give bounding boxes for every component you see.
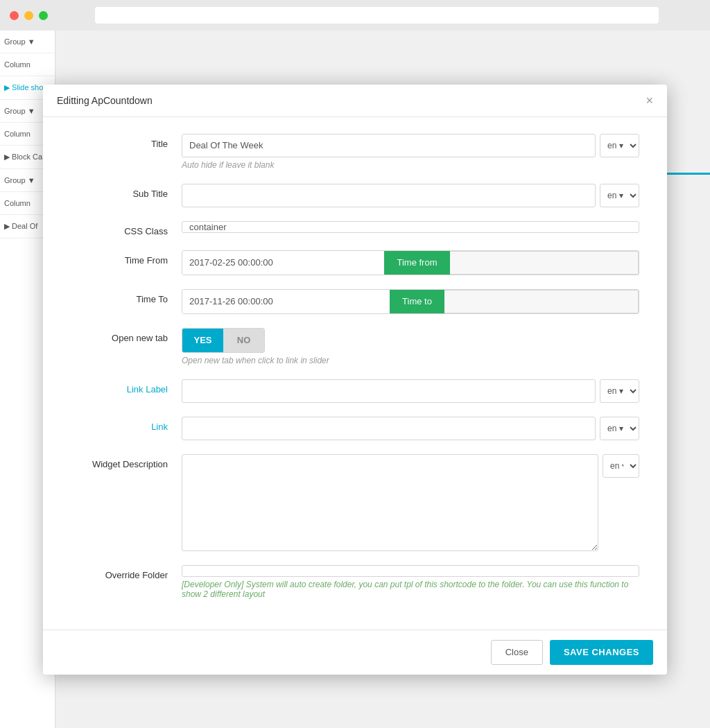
link-field-row: en ▾ [182, 417, 639, 440]
override-folder-row: Override Folder [Developer Only] System … [71, 565, 639, 599]
time-to-wrap: Time to [182, 289, 639, 314]
css-class-field [182, 221, 639, 233]
widget-desc-row: Widget Description en ▾ [71, 454, 639, 551]
subtitle-field: en ▾ [182, 184, 639, 207]
time-to-label: Time To [71, 289, 182, 304]
time-from-button[interactable]: Time from [384, 251, 449, 275]
css-class-input[interactable] [182, 221, 639, 233]
title-field-row: en ▾ [182, 134, 639, 157]
subtitle-label: Sub Title [71, 184, 182, 199]
widget-desc-textarea[interactable] [182, 454, 598, 551]
link-label-row: Link Label en ▾ [71, 379, 639, 403]
mac-maximize-dot[interactable] [39, 11, 48, 20]
widget-desc-field: en ▾ [182, 454, 639, 551]
url-bar[interactable] [95, 7, 659, 24]
time-from-field: Time from [182, 250, 639, 275]
link-label-lang-select[interactable]: en ▾ [600, 379, 639, 403]
modal-footer: Close SAVE CHANGES [43, 630, 667, 675]
time-from-input[interactable] [182, 251, 384, 275]
title-field: en ▾ Auto hide if leave it blank [182, 134, 639, 170]
mac-titlebar [0, 0, 710, 31]
modal-overlay: Editting ApCountdown × Title en ▾ [0, 31, 710, 728]
toggle-yes-button[interactable]: YES [182, 329, 223, 352]
time-to-row: Time To Time to [71, 289, 639, 314]
widget-desc-label: Widget Description [71, 454, 182, 469]
title-helper: Auto hide if leave it blank [182, 160, 639, 170]
time-from-right [450, 251, 639, 275]
open-new-tab-helper: Open new tab when click to link in slide… [182, 356, 639, 365]
modal-dialog: Editting ApCountdown × Title en ▾ [43, 85, 667, 675]
title-lang-select[interactable]: en ▾ [600, 134, 639, 157]
subtitle-field-row: en ▾ [182, 184, 639, 207]
open-new-tab-field: YES NO Open new tab when click to link i… [182, 328, 639, 365]
mac-close-dot[interactable] [10, 11, 19, 20]
time-to-right [444, 290, 639, 313]
modal-body: Title en ▾ Auto hide if leave it blank S… [43, 117, 667, 630]
link-row: Link en ▾ [71, 417, 639, 440]
modal-title: Editting ApCountdown [57, 95, 153, 106]
link-label-label: Link Label [71, 379, 182, 395]
close-button[interactable]: Close [491, 640, 543, 665]
override-folder-input[interactable] [182, 565, 639, 577]
save-changes-button[interactable]: SAVE CHANGES [550, 640, 653, 665]
widget-desc-lang-select[interactable]: en ▾ [603, 454, 639, 478]
link-label-field-row: en ▾ [182, 379, 639, 403]
link-label-field: en ▾ [182, 379, 639, 403]
subtitle-lang-select[interactable]: en ▾ [600, 184, 639, 207]
toggle-no-button[interactable]: NO [223, 329, 264, 352]
override-folder-field: [Developer Only] System will auto create… [182, 565, 639, 599]
link-lang-select[interactable]: en ▾ [600, 417, 639, 440]
title-input[interactable] [182, 134, 596, 157]
title-label: Title [71, 134, 182, 149]
time-from-row: Time From Time from [71, 250, 639, 275]
link-label-input[interactable] [182, 379, 596, 403]
link-input[interactable] [182, 417, 596, 440]
subtitle-input[interactable] [182, 184, 596, 207]
css-class-row: CSS Class [71, 221, 639, 236]
subtitle-row: Sub Title en ▾ [71, 184, 639, 207]
override-folder-helper: [Developer Only] System will auto create… [182, 580, 639, 599]
time-from-label: Time From [71, 250, 182, 266]
toggle-wrap: YES NO [182, 328, 265, 353]
modal-close-button[interactable]: × [646, 94, 653, 107]
page-background: Group ▼ Column ▶ Slide sho Group ▼ Colum… [0, 31, 710, 728]
time-from-wrap: Time from [182, 250, 639, 275]
open-new-tab-label: Open new tab [71, 328, 182, 343]
css-class-label: CSS Class [71, 221, 182, 236]
link-field: en ▾ [182, 417, 639, 440]
time-to-button[interactable]: Time to [390, 290, 444, 313]
modal-header: Editting ApCountdown × [43, 85, 667, 117]
link-label: Link [71, 417, 182, 432]
time-to-field: Time to [182, 289, 639, 314]
time-to-input[interactable] [182, 290, 390, 313]
override-folder-label: Override Folder [71, 565, 182, 580]
title-row: Title en ▾ Auto hide if leave it blank [71, 134, 639, 170]
open-new-tab-row: Open new tab YES NO Open new tab when cl… [71, 328, 639, 365]
mac-minimize-dot[interactable] [24, 11, 33, 20]
widget-desc-field-row: en ▾ [182, 454, 639, 551]
